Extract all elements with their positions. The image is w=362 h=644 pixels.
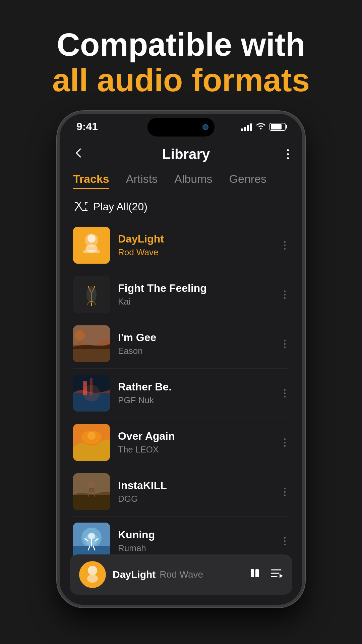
track-info: I'm Gee Eason xyxy=(118,331,281,356)
track-info: DayLight Rod Wave xyxy=(118,233,281,258)
list-item[interactable]: Over Again The LEOX xyxy=(73,418,289,467)
track-artwork xyxy=(73,523,110,559)
headline-area: Compatible with all audio formats xyxy=(0,0,362,111)
battery-icon xyxy=(269,123,286,131)
front-camera xyxy=(202,124,208,130)
track-artwork xyxy=(73,276,110,313)
headline-line1: Compatible with xyxy=(20,27,342,62)
svg-point-16 xyxy=(83,385,100,401)
svg-marker-0 xyxy=(86,202,88,203)
track-list: DayLight Rod Wave xyxy=(73,221,289,566)
pause-button[interactable] xyxy=(248,567,261,583)
more-options-button[interactable] xyxy=(287,149,289,159)
list-item[interactable]: Fight The Feeling Kai xyxy=(73,270,289,319)
status-bar: 9:41 xyxy=(60,114,302,136)
track-more-button[interactable] xyxy=(281,287,289,302)
track-artwork xyxy=(73,473,110,510)
battery-fill xyxy=(271,124,282,129)
track-artist: Kai xyxy=(118,297,281,307)
track-title: Over Again xyxy=(118,430,281,442)
svg-point-29 xyxy=(88,566,97,575)
svg-rect-32 xyxy=(251,569,254,577)
track-artist: Eason xyxy=(118,346,281,356)
track-more-button[interactable] xyxy=(281,435,289,450)
svg-point-5 xyxy=(87,234,96,243)
track-artwork xyxy=(73,227,110,264)
track-title: Rather Be. xyxy=(118,381,281,393)
now-playing-artwork xyxy=(79,561,106,588)
track-title: I'm Gee xyxy=(118,331,281,344)
track-more-button[interactable] xyxy=(281,534,289,549)
status-icons xyxy=(241,121,286,132)
svg-marker-1 xyxy=(86,210,88,211)
tab-artists[interactable]: Artists xyxy=(126,172,158,189)
tab-genres[interactable]: Genres xyxy=(229,172,267,189)
tab-bar: Tracks Artists Albums Genres xyxy=(73,172,289,189)
svg-point-27 xyxy=(88,533,95,539)
track-title: InstaKILL xyxy=(118,479,281,492)
svg-rect-33 xyxy=(255,569,259,577)
now-playing-artist: Rod Wave xyxy=(160,569,203,580)
list-item[interactable]: DayLight Rod Wave xyxy=(73,221,289,270)
svg-rect-21 xyxy=(73,495,110,510)
svg-point-11 xyxy=(75,330,85,340)
track-artist: Rod Wave xyxy=(118,247,281,258)
track-artwork xyxy=(73,375,110,412)
status-time: 9:41 xyxy=(76,120,98,133)
play-all-label: Play All(20) xyxy=(93,201,147,213)
wifi-icon xyxy=(255,121,266,132)
back-button[interactable] xyxy=(73,147,85,162)
track-more-button[interactable] xyxy=(281,386,289,401)
list-item[interactable]: InstaKILL DGG xyxy=(73,467,289,517)
svg-point-19 xyxy=(87,432,96,440)
track-title: Kuning xyxy=(118,529,281,541)
now-playing-bar[interactable]: DayLight Rod Wave xyxy=(70,554,292,595)
track-title: Fight The Feeling xyxy=(118,282,281,294)
now-playing-info: DayLight Rod Wave xyxy=(113,569,241,580)
track-more-button[interactable] xyxy=(281,336,289,352)
track-more-button[interactable] xyxy=(281,238,289,253)
play-all-button[interactable]: Play All(20) xyxy=(73,199,289,214)
queue-button[interactable] xyxy=(269,567,283,583)
tab-tracks[interactable]: Tracks xyxy=(73,172,109,189)
track-info: InstaKILL DGG xyxy=(118,479,281,504)
now-playing-title: DayLight xyxy=(113,569,156,580)
tab-albums[interactable]: Albums xyxy=(174,172,212,189)
track-artist: PGF Nuk xyxy=(118,395,281,406)
app-header: Library xyxy=(73,140,289,172)
svg-point-8 xyxy=(86,286,97,303)
track-artist: Rumah xyxy=(118,543,281,553)
track-more-button[interactable] xyxy=(281,484,289,499)
track-title: DayLight xyxy=(118,233,281,245)
app-content: Library Tracks Artists Albums Genres Pla… xyxy=(60,136,302,566)
list-item[interactable]: Rather Be. PGF Nuk xyxy=(73,369,289,418)
track-artwork xyxy=(73,325,110,362)
phone-mockup: 9:41 xyxy=(57,111,305,607)
track-artwork xyxy=(73,424,110,461)
track-artist: DGG xyxy=(118,494,281,504)
list-item[interactable]: I'm Gee Eason xyxy=(73,319,289,369)
svg-marker-37 xyxy=(280,574,283,578)
signal-icon xyxy=(241,122,252,131)
track-artist: The LEOX xyxy=(118,444,281,455)
shuffle-icon xyxy=(73,199,88,214)
track-info: Rather Be. PGF Nuk xyxy=(118,381,281,406)
track-info: Kuning Rumah xyxy=(118,529,281,553)
page-title: Library xyxy=(162,146,210,162)
svg-point-6 xyxy=(85,245,98,253)
track-info: Over Again The LEOX xyxy=(118,430,281,455)
svg-point-30 xyxy=(87,575,98,583)
playback-controls xyxy=(248,567,283,583)
svg-point-22 xyxy=(88,482,95,488)
dynamic-island xyxy=(147,118,215,137)
track-info: Fight The Feeling Kai xyxy=(118,282,281,307)
headline-line2: all audio formats xyxy=(20,62,342,98)
